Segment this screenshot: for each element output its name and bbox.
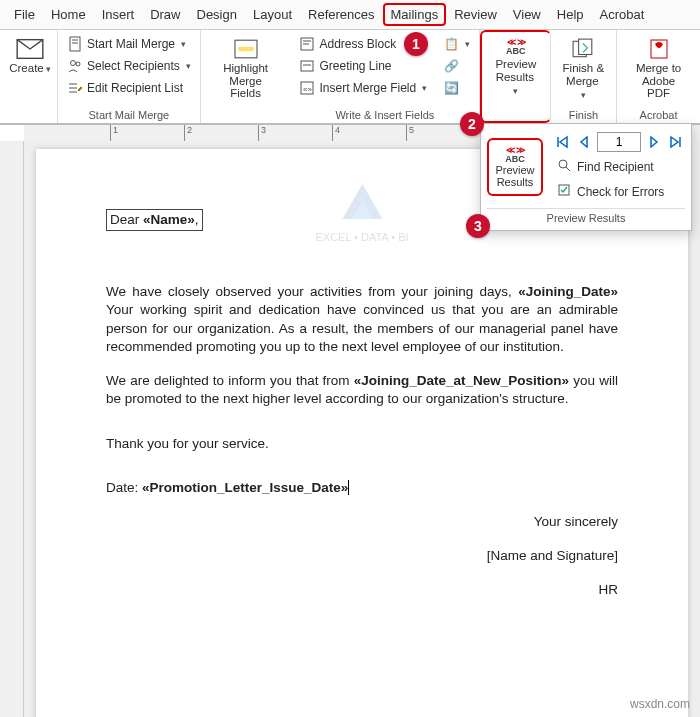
menu-home[interactable]: Home bbox=[43, 3, 94, 26]
paragraph-2[interactable]: We are delighted to inform you that from… bbox=[106, 372, 618, 408]
preview-results-button[interactable]: ≪ ≫ABC Preview Results ▾ bbox=[486, 34, 545, 100]
prev-record-button[interactable] bbox=[575, 133, 593, 151]
address-icon bbox=[299, 36, 315, 52]
group-label-finish: Finish bbox=[557, 107, 611, 121]
search-icon bbox=[557, 158, 571, 175]
preview-abc-icon: ≪ ≫ABC bbox=[505, 146, 525, 164]
rules-icon: 📋 bbox=[443, 36, 459, 52]
people-icon bbox=[67, 58, 83, 74]
first-record-button[interactable] bbox=[553, 133, 571, 151]
preview-results-dropdown: ≪ ≫ABC Preview Results Find Recipient Ch… bbox=[480, 123, 692, 231]
svg-point-21 bbox=[559, 160, 567, 168]
group-label-start-merge: Start Mail Merge bbox=[64, 107, 194, 121]
preview-results-toggle[interactable]: ≪ ≫ABC Preview Results bbox=[487, 138, 543, 196]
insert-merge-field-button[interactable]: «» Insert Merge Field▾ bbox=[296, 78, 430, 98]
finish-merge-button[interactable]: Finish & Merge ▾ bbox=[557, 34, 611, 104]
merge-field-issue-date: «Promotion_Letter_Issue_Date» bbox=[142, 480, 349, 495]
group-label-create bbox=[6, 119, 51, 121]
menu-insert[interactable]: Insert bbox=[94, 3, 143, 26]
chevron-down-icon: ▾ bbox=[513, 86, 518, 96]
menu-layout[interactable]: Layout bbox=[245, 3, 300, 26]
group-label-write-insert: Write & Insert Fields bbox=[296, 107, 473, 121]
greeting-line-button[interactable]: Greeting Line bbox=[296, 56, 430, 76]
svg-rect-10 bbox=[238, 47, 253, 51]
menu-acrobat[interactable]: Acrobat bbox=[592, 3, 653, 26]
preview-abc-icon: ≪ ≫ABC bbox=[506, 38, 526, 56]
menu-file[interactable]: File bbox=[6, 3, 43, 26]
record-number-input[interactable] bbox=[597, 132, 641, 152]
menu-view[interactable]: View bbox=[505, 3, 549, 26]
list-edit-icon bbox=[67, 80, 83, 96]
svg-rect-14 bbox=[301, 61, 313, 71]
menu-review[interactable]: Review bbox=[446, 3, 505, 26]
svg-point-5 bbox=[76, 62, 80, 66]
field-icon: «» bbox=[299, 80, 315, 96]
last-record-button[interactable] bbox=[667, 133, 685, 151]
highlight-icon bbox=[232, 38, 260, 60]
menu-mailings[interactable]: Mailings bbox=[383, 3, 447, 26]
merge-field-name: «Name» bbox=[143, 212, 195, 227]
merge-to-pdf-button[interactable]: Merge to Adobe PDF bbox=[623, 34, 694, 104]
menu-design[interactable]: Design bbox=[189, 3, 245, 26]
svg-rect-1 bbox=[70, 37, 80, 51]
rules-button[interactable]: 📋▾ bbox=[440, 34, 473, 54]
select-recipients-button[interactable]: Select Recipients▾ bbox=[64, 56, 194, 76]
chevron-down-icon: ▾ bbox=[581, 90, 586, 100]
vertical-ruler[interactable] bbox=[0, 141, 24, 717]
signature-line-1[interactable]: Your sincerely bbox=[106, 513, 618, 531]
document-page[interactable]: EXCEL • DATA • BI Dear «Name», We have c… bbox=[36, 149, 688, 717]
check-icon bbox=[557, 183, 571, 200]
envelope-icon bbox=[16, 38, 44, 60]
chevron-down-icon: ▾ bbox=[181, 39, 186, 49]
callout-1: 1 bbox=[404, 32, 428, 56]
chevron-down-icon: ▾ bbox=[46, 64, 51, 74]
chevron-down-icon: ▾ bbox=[186, 61, 191, 71]
thank-you-line[interactable]: Thank you for your service. bbox=[106, 435, 618, 453]
menu-draw[interactable]: Draw bbox=[142, 3, 188, 26]
callout-2: 2 bbox=[460, 112, 484, 136]
refresh-icon: 🔄 bbox=[443, 80, 459, 96]
start-mail-merge-button[interactable]: Start Mail Merge▾ bbox=[64, 34, 194, 54]
merge-field-joining-date: «Joining_Date» bbox=[518, 284, 618, 299]
menu-references[interactable]: References bbox=[300, 3, 382, 26]
svg-line-22 bbox=[566, 167, 570, 171]
chevron-down-icon: ▾ bbox=[422, 83, 427, 93]
signature-line-3[interactable]: HR bbox=[106, 581, 618, 599]
svg-text:«»: «» bbox=[303, 85, 312, 94]
update-labels-button[interactable]: 🔄 bbox=[440, 78, 473, 98]
date-line[interactable]: Date: «Promotion_Letter_Issue_Date» bbox=[106, 479, 618, 497]
callout-3: 3 bbox=[466, 214, 490, 238]
pdf-icon bbox=[645, 38, 673, 60]
highlight-merge-fields-button[interactable]: Highlight Merge Fields bbox=[207, 34, 285, 104]
check-for-errors-button[interactable]: Check for Errors bbox=[551, 179, 687, 204]
paragraph-1[interactable]: We have closely observed your activities… bbox=[106, 283, 618, 356]
svg-point-4 bbox=[71, 61, 76, 66]
signature-line-2[interactable]: [Name and Signature] bbox=[106, 547, 618, 565]
document-icon bbox=[67, 36, 83, 52]
create-button[interactable]: Create▾ bbox=[6, 34, 54, 79]
greeting-line[interactable]: Dear «Name», bbox=[106, 209, 203, 231]
site-watermark: wsxdn.com bbox=[630, 697, 690, 711]
record-navigator bbox=[551, 130, 687, 154]
match-icon: 🔗 bbox=[443, 58, 459, 74]
greeting-icon bbox=[299, 58, 315, 74]
dropdown-footer-label: Preview Results bbox=[487, 208, 685, 224]
merge-field-new-position-date: «Joining_Date_at_New_Position» bbox=[354, 373, 569, 388]
menu-bar: File Home Insert Draw Design Layout Refe… bbox=[0, 0, 700, 30]
finish-icon bbox=[569, 38, 597, 60]
find-recipient-button[interactable]: Find Recipient bbox=[551, 154, 687, 179]
match-fields-button[interactable]: 🔗 bbox=[440, 56, 473, 76]
svg-rect-19 bbox=[579, 39, 592, 54]
next-record-button[interactable] bbox=[645, 133, 663, 151]
edit-recipient-list-button[interactable]: Edit Recipient List bbox=[64, 78, 194, 98]
group-label-acrobat: Acrobat bbox=[623, 107, 694, 121]
watermark: EXCEL • DATA • BI bbox=[315, 179, 408, 243]
menu-help[interactable]: Help bbox=[549, 3, 592, 26]
ribbon: Create▾ Start Mail Merge▾ Select Recipie… bbox=[0, 30, 700, 125]
